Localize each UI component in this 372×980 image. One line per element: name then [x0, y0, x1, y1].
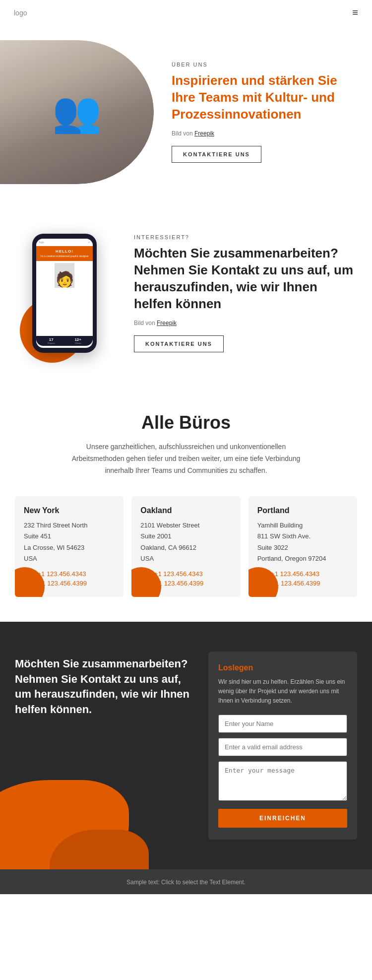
- interest-label: INTERESSIERT?: [134, 234, 357, 240]
- phone-logo: logo: [39, 241, 44, 244]
- interest-image-wrap: logo ≡ HELLO! I'm a creative multitalent…: [15, 234, 114, 353]
- interest-cta-button[interactable]: KONTAKTIERE UNS: [134, 335, 224, 352]
- hero-title: Inspirieren und stärken Sie Ihre Teams m…: [172, 72, 357, 123]
- phone-mockup: logo ≡ HELLO! I'm a creative multitalent…: [32, 234, 97, 353]
- offices-description: Unsere ganzheitlichen, aufschlussreichen…: [67, 441, 305, 476]
- footer-text: Sample text: Click to select the Text El…: [126, 879, 246, 886]
- interest-content: INTERESSIERT? Möchten Sie zusammenarbeit…: [134, 234, 357, 352]
- interest-credit: Bild von Freepik: [134, 320, 357, 327]
- email-input[interactable]: [218, 738, 347, 756]
- phone-hello-block: HELLO! I'm a creative multitalented grap…: [36, 246, 93, 261]
- phone-menu: ≡: [88, 241, 90, 244]
- hero-label: ÜBER UNS: [172, 62, 357, 67]
- hero-credit: Bild von Freepik: [172, 130, 357, 137]
- phone-hello-text: HELLO!: [38, 249, 91, 254]
- menu-icon[interactable]: ≡: [352, 7, 358, 18]
- interest-title: Möchten Sie zusammenarbeiten? Nehmen Sie…: [134, 245, 357, 312]
- navbar: logo ≡: [0, 0, 372, 25]
- phone-screen: logo ≡ HELLO! I'm a creative multitalent…: [36, 239, 93, 348]
- offices-section: Alle Büros Unsere ganzheitlichen, aufsch…: [0, 383, 372, 622]
- hero-image-wrap: [0, 40, 154, 184]
- hero-section: ÜBER UNS Inspirieren und stärken Sie Ihr…: [0, 25, 372, 204]
- office-card: Oakland 2101 Webster StreetSuite 2001Oak…: [131, 496, 240, 596]
- interest-credit-link[interactable]: Freepik: [157, 320, 177, 327]
- office-card: Portland Yamhill Building811 SW Sixth Av…: [248, 496, 357, 596]
- hero-content: ÜBER UNS Inspirieren und stärken Sie Ihr…: [154, 62, 357, 162]
- phone-header: logo ≡: [36, 239, 93, 246]
- footer: Sample text: Click to select the Text El…: [0, 869, 372, 894]
- office-name: Oakland: [140, 506, 231, 515]
- offices-title: Alle Büros: [15, 412, 357, 433]
- office-address: 2101 Webster StreetSuite 2001Oakland, CA…: [140, 520, 231, 564]
- office-address: Yamhill Building811 SW Sixth Ave.Suite 3…: [257, 520, 348, 564]
- office-name: Portland: [257, 506, 348, 515]
- phone-avatar: [55, 263, 74, 288]
- cta-form-desc: Wir sind hier um zu helfen. Erzählen Sie…: [218, 677, 347, 706]
- logo: logo: [14, 9, 27, 17]
- phone-stats: 17 Projects 12+ Clients: [36, 336, 93, 346]
- office-name: New York: [24, 506, 115, 515]
- cta-section: Möchten Sie zusammenarbeiten? Nehmen Sie…: [0, 622, 372, 870]
- name-input[interactable]: [218, 715, 347, 733]
- offices-grid: New York 232 Third Street NorthSuite 451…: [15, 496, 357, 596]
- submit-button[interactable]: EINREICHEN: [218, 809, 347, 828]
- office-card: New York 232 Third Street NorthSuite 451…: [15, 496, 124, 596]
- hero-credit-link[interactable]: Freepik: [194, 130, 214, 137]
- cta-left: Möchten Sie zusammenarbeiten? Nehmen Sie…: [15, 652, 208, 718]
- phone-stat-2: 12+ Clients: [74, 337, 81, 344]
- message-textarea[interactable]: [218, 761, 347, 801]
- phone-desc: I'm a creative multitalented graphic des…: [38, 255, 91, 258]
- cta-form-card: Loslegen Wir sind hier um zu helfen. Erz…: [208, 652, 357, 840]
- hero-cta-button[interactable]: KONTAKTIERE UNS: [172, 146, 261, 163]
- office-address: 232 Third Street NorthSuite 451La Crosse…: [24, 520, 115, 564]
- interest-section: logo ≡ HELLO! I'm a creative multitalent…: [0, 204, 372, 383]
- cta-title: Möchten Sie zusammenarbeiten? Nehmen Sie…: [15, 656, 193, 718]
- hero-image: [0, 40, 154, 184]
- cta-form-title: Loslegen: [218, 663, 347, 672]
- phone-stat-1: 17 Projects: [48, 337, 55, 344]
